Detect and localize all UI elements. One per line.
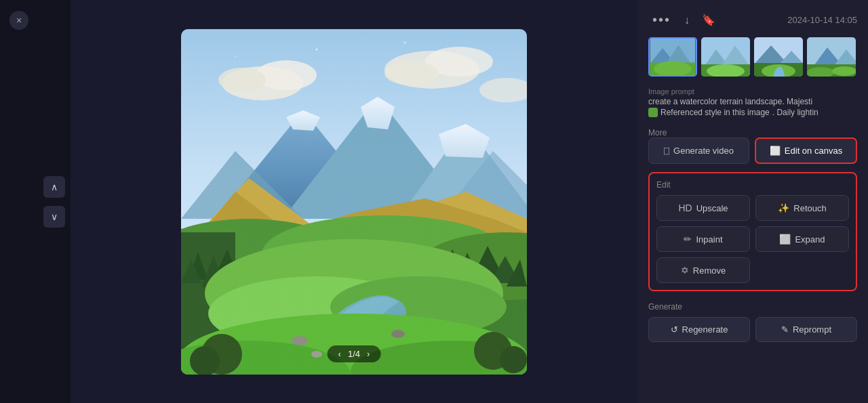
reprompt-button[interactable]: ✎ Reprompt bbox=[755, 317, 857, 342]
right-panel: ••• ↓ 🔖 2024-10-14 14:05 bbox=[637, 0, 868, 403]
thumbnail-2[interactable] bbox=[701, 37, 750, 77]
bookmark-icon: 🔖 bbox=[702, 14, 715, 26]
prompt-section: Image prompt create a watercolor terrain… bbox=[648, 85, 857, 117]
edit-section: Edit HD Upscale ✨ Retouch ✏ Inpaint ⬜ bbox=[648, 172, 857, 291]
canvas-icon: ⬜ bbox=[770, 146, 781, 156]
landscape-image bbox=[181, 29, 527, 375]
next-image-button[interactable]: › bbox=[366, 349, 371, 359]
edit-row-1: HD Upscale ✨ Retouch bbox=[656, 195, 849, 221]
prompt-text: create a watercolor terrain landscape. M… bbox=[648, 96, 857, 108]
thumbnail-4[interactable] bbox=[807, 37, 856, 77]
edit-on-canvas-button[interactable]: ⬜ Edit on canvas bbox=[755, 137, 857, 164]
prompt-ref: Referenced style in this image . Daily l… bbox=[648, 108, 857, 117]
remove-icon: ✡ bbox=[681, 265, 689, 276]
download-icon: ↓ bbox=[684, 14, 690, 26]
expand-button[interactable]: ⬜ Expand bbox=[755, 226, 849, 252]
timestamp: 2024-10-14 14:05 bbox=[787, 15, 857, 25]
nav-up-button[interactable]: ∧ bbox=[43, 176, 65, 198]
edit-row-2: ✏ Inpaint ⬜ Expand bbox=[656, 226, 849, 252]
panel-header-actions: ••• ↓ 🔖 bbox=[648, 11, 718, 29]
upscale-icon: HD bbox=[678, 203, 692, 213]
main-image-container: ‹ 1/4 › bbox=[181, 29, 527, 375]
svg-point-72 bbox=[832, 66, 856, 76]
inpaint-button[interactable]: ✏ Inpaint bbox=[656, 226, 750, 252]
regenerate-button[interactable]: ↺ Regenerate bbox=[648, 317, 750, 342]
generate-buttons-row: ↺ Regenerate ✎ Reprompt bbox=[648, 317, 857, 342]
main-image-area: ‹ 1/4 › bbox=[71, 0, 637, 403]
close-button[interactable]: × bbox=[9, 11, 28, 30]
chevron-up-icon: ∧ bbox=[51, 182, 58, 192]
nav-down-button[interactable]: ∨ bbox=[43, 206, 65, 228]
ref-icon bbox=[648, 108, 658, 117]
prev-icon: ‹ bbox=[338, 349, 341, 359]
edit-label: Edit bbox=[656, 180, 849, 190]
more-buttons-row: ⎕ Generate video ⬜ Edit on canvas bbox=[648, 137, 857, 164]
reprompt-icon: ✎ bbox=[781, 324, 789, 335]
retouch-icon: ✨ bbox=[778, 203, 789, 213]
prompt-label: Image prompt bbox=[648, 87, 857, 96]
expand-icon: ⬜ bbox=[779, 234, 791, 245]
bookmark-button[interactable]: 🔖 bbox=[699, 11, 718, 29]
image-pagination: ‹ 1/4 › bbox=[328, 345, 381, 362]
nav-side: ∧ ∨ bbox=[38, 0, 71, 403]
more-section: More ⎕ Generate video ⬜ Edit on canvas bbox=[648, 125, 857, 164]
more-menu-button[interactable]: ••• bbox=[648, 11, 675, 29]
thumbnail-1[interactable] bbox=[648, 37, 697, 77]
remove-button[interactable]: ✡ Remove bbox=[656, 257, 750, 283]
pagination-count: 1/4 bbox=[348, 349, 360, 359]
thumbnail-3[interactable] bbox=[754, 37, 803, 77]
generate-video-button[interactable]: ⎕ Generate video bbox=[648, 137, 749, 164]
svg-rect-51 bbox=[181, 29, 527, 375]
edit-row-3: ✡ Remove bbox=[656, 257, 849, 283]
download-button[interactable]: ↓ bbox=[682, 12, 692, 29]
inpaint-icon: ✏ bbox=[684, 234, 692, 245]
edit-buttons-grid: HD Upscale ✨ Retouch ✏ Inpaint ⬜ Expand bbox=[656, 195, 849, 283]
chevron-down-icon: ∨ bbox=[51, 211, 58, 222]
regenerate-icon: ↺ bbox=[671, 324, 678, 335]
panel-header: ••• ↓ 🔖 2024-10-14 14:05 bbox=[648, 11, 857, 29]
dots-icon: ••• bbox=[652, 12, 671, 27]
more-label: More bbox=[648, 128, 857, 137]
video-icon: ⎕ bbox=[664, 146, 669, 156]
upscale-button[interactable]: HD Upscale bbox=[656, 195, 750, 221]
prev-image-button[interactable]: ‹ bbox=[337, 349, 342, 359]
generate-label: Generate bbox=[648, 302, 857, 312]
generate-section: Generate ↺ Regenerate ✎ Reprompt bbox=[648, 299, 857, 342]
close-area: × bbox=[0, 0, 38, 403]
next-icon: › bbox=[367, 349, 370, 359]
retouch-button[interactable]: ✨ Retouch bbox=[755, 195, 849, 221]
thumbnails-row bbox=[648, 37, 857, 77]
